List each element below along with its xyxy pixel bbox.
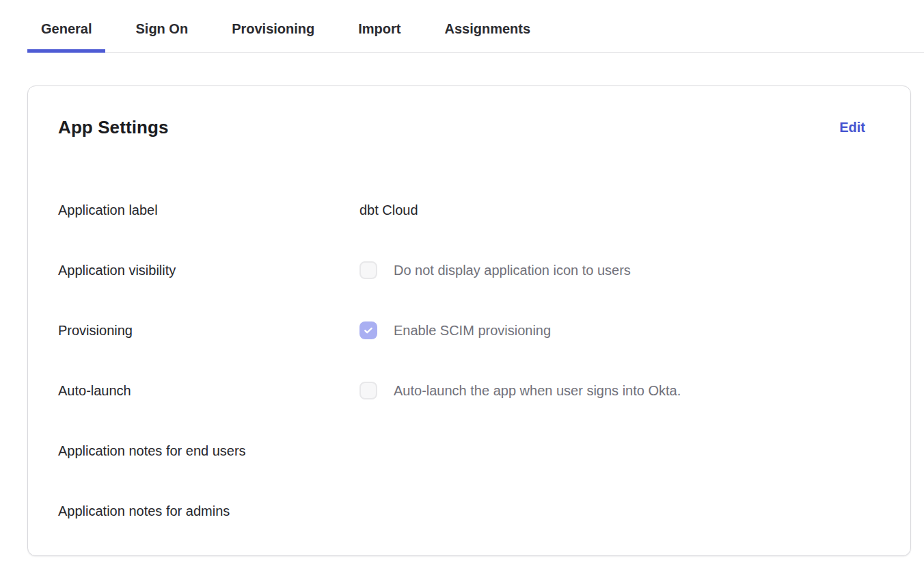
provisioning-option: Enable SCIM provisioning (359, 321, 551, 340)
tab-general[interactable]: General (27, 0, 105, 52)
checkbox-label: Do not display application icon to users (394, 261, 631, 280)
checkbox-label: Auto-launch the app when user signs into… (394, 381, 681, 400)
row-provisioning: Provisioning Enable SCIM provisioning (58, 321, 865, 340)
field-label: Auto-launch (58, 381, 359, 400)
card-title: App Settings (58, 115, 169, 140)
application-visibility-checkbox[interactable] (359, 261, 377, 279)
checkmark-icon (363, 325, 374, 336)
row-application-label: Application label dbt Cloud (58, 200, 865, 220)
field-label: Application label (58, 200, 359, 220)
field-label: Application notes for end users (58, 441, 359, 460)
field-label: Application notes for admins (58, 501, 359, 521)
auto-launch-option: Auto-launch the app when user signs into… (359, 381, 681, 400)
settings-rows: Application label dbt Cloud Application … (58, 200, 865, 521)
field-label: Provisioning (58, 321, 359, 340)
application-label-value: dbt Cloud (359, 200, 418, 220)
tab-import[interactable]: Import (344, 0, 414, 52)
checkbox-label: Enable SCIM provisioning (394, 321, 551, 340)
app-settings-card: App Settings Edit Application label dbt … (27, 86, 911, 556)
row-application-visibility: Application visibility Do not display ap… (58, 261, 865, 280)
edit-link[interactable]: Edit (839, 120, 865, 135)
card-header: App Settings Edit (58, 115, 865, 140)
tab-sign-on[interactable]: Sign On (122, 0, 202, 52)
tab-provisioning[interactable]: Provisioning (218, 0, 328, 52)
tab-assignments[interactable]: Assignments (431, 0, 545, 52)
row-notes-admins: Application notes for admins (58, 501, 865, 521)
row-notes-end-users: Application notes for end users (58, 441, 865, 460)
row-auto-launch: Auto-launch Auto-launch the app when use… (58, 381, 865, 400)
auto-launch-checkbox[interactable] (359, 382, 377, 399)
tab-bar: General Sign On Provisioning Import Assi… (27, 0, 924, 53)
application-visibility-option: Do not display application icon to users (359, 261, 631, 280)
field-label: Application visibility (58, 261, 359, 280)
provisioning-checkbox[interactable] (359, 321, 377, 339)
